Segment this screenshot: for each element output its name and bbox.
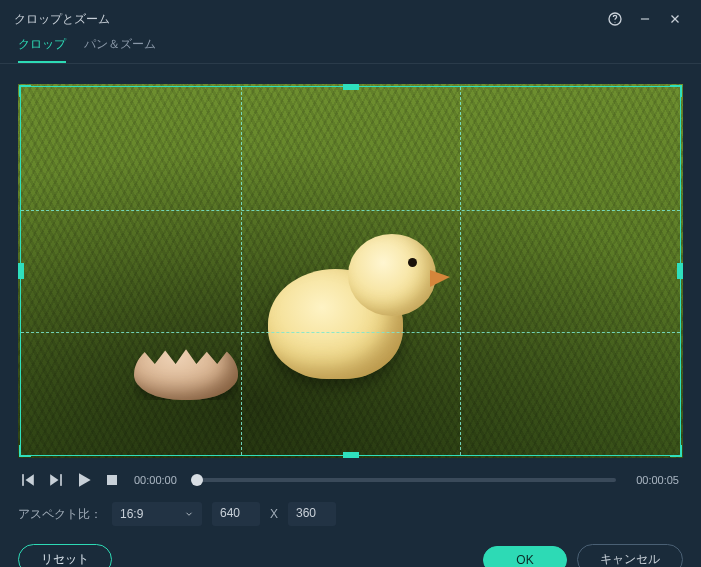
close-icon[interactable] [663,7,687,31]
svg-rect-5 [22,474,24,486]
svg-marker-7 [50,474,58,486]
time-duration: 00:00:05 [636,474,679,486]
play-icon[interactable] [74,470,94,490]
crop-handle-right[interactable] [677,263,683,279]
stop-icon[interactable] [102,470,122,490]
width-field[interactable]: 640 [212,502,260,526]
window-title: クロップとズーム [14,11,597,28]
crop-handle-top-right[interactable] [670,85,682,97]
crop-grid-line [460,87,461,455]
chevron-down-icon [184,509,194,519]
minimize-icon[interactable] [633,7,657,31]
help-icon[interactable] [603,7,627,31]
aspect-ratio-select[interactable]: 16:9 [112,502,202,526]
crop-grid-line [21,332,680,333]
aspect-ratio-value: 16:9 [120,507,143,521]
svg-rect-10 [107,475,117,485]
next-frame-icon[interactable] [46,470,66,490]
ok-button[interactable]: OK [483,546,567,568]
crop-handle-bottom-right[interactable] [670,445,682,457]
time-current: 00:00:00 [134,474,177,486]
svg-marker-9 [79,473,91,486]
height-field[interactable]: 360 [288,502,336,526]
tab-crop[interactable]: クロップ [18,36,66,63]
crop-frame[interactable] [20,86,681,456]
reset-button[interactable]: リセット [18,544,112,567]
crop-handle-top[interactable] [343,84,359,90]
timeline-thumb[interactable] [191,474,203,486]
dimension-separator: X [270,507,278,521]
crop-grid-line [21,210,680,211]
video-preview[interactable] [18,84,683,458]
crop-grid-line [241,87,242,455]
cancel-button[interactable]: キャンセル [577,544,683,567]
timeline-slider[interactable] [197,478,616,482]
tab-pan-zoom[interactable]: パン＆ズーム [84,36,156,63]
aspect-ratio-label: アスペクト比： [18,506,102,523]
svg-rect-8 [60,474,62,486]
prev-frame-icon[interactable] [18,470,38,490]
crop-handle-bottom-left[interactable] [19,445,31,457]
svg-marker-6 [26,474,34,486]
crop-handle-left[interactable] [18,263,24,279]
crop-handle-top-left[interactable] [19,85,31,97]
crop-handle-bottom[interactable] [343,452,359,458]
svg-point-1 [614,22,615,23]
